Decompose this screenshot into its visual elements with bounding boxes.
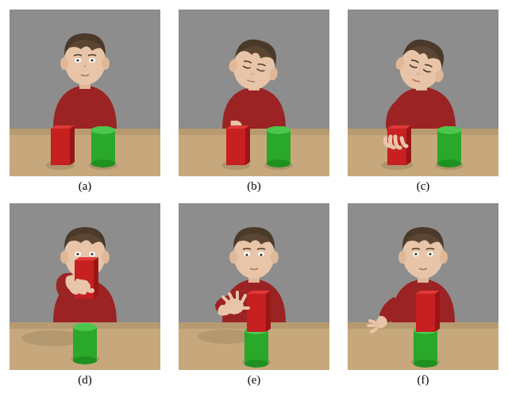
svg-point-98 [440, 251, 448, 264]
figure-row-2: (d) [10, 203, 498, 392]
figure-cell-a: (a) [10, 10, 160, 198]
panel-d-caption: (d) [10, 373, 160, 392]
svg-point-18 [91, 160, 115, 168]
svg-point-97 [398, 251, 406, 264]
svg-point-79 [271, 251, 279, 264]
svg-marker-15 [70, 125, 75, 165]
svg-marker-38 [348, 129, 498, 135]
svg-point-66 [73, 356, 97, 364]
svg-rect-85 [244, 330, 268, 364]
svg-point-10 [90, 59, 93, 61]
panel-e-image [179, 203, 329, 370]
svg-point-5 [60, 57, 68, 70]
svg-rect-33 [267, 130, 291, 164]
svg-point-51 [437, 126, 461, 134]
svg-marker-2 [10, 129, 160, 135]
panel-c-caption: (c) [348, 179, 498, 198]
svg-point-19 [91, 126, 115, 134]
svg-rect-65 [73, 327, 97, 360]
panel-b-caption: (b) [179, 179, 329, 198]
svg-point-9 [76, 59, 79, 61]
svg-point-71 [71, 279, 90, 294]
svg-marker-90 [266, 291, 271, 332]
svg-rect-88 [247, 294, 266, 332]
svg-rect-49 [437, 130, 461, 164]
svg-point-59 [102, 251, 110, 264]
panel-a-image [10, 10, 160, 176]
svg-point-83 [260, 253, 262, 256]
figure-row-1: (a) [10, 10, 498, 198]
svg-point-102 [429, 252, 431, 255]
svg-marker-1 [10, 129, 160, 176]
svg-marker-109 [435, 291, 440, 332]
svg-marker-21 [179, 129, 329, 176]
panel-d-image [10, 203, 160, 370]
svg-point-105 [414, 360, 437, 368]
svg-rect-13 [51, 129, 70, 165]
panel-f-image [348, 203, 498, 370]
svg-rect-104 [414, 330, 437, 364]
panel-a-caption: (a) [10, 179, 160, 198]
figure-cell-c: (c) [348, 10, 498, 198]
figure-cell-d: (d) [10, 203, 160, 392]
figure-cell-b: (b) [179, 10, 329, 198]
svg-point-6 [102, 57, 110, 70]
svg-point-78 [229, 251, 237, 264]
panel-b-image [179, 10, 329, 176]
panel-c-image [348, 10, 498, 176]
panel-e-caption: (e) [179, 373, 329, 392]
svg-point-58 [60, 251, 68, 264]
svg-rect-29 [226, 129, 245, 165]
svg-point-101 [414, 252, 417, 255]
svg-point-35 [267, 126, 291, 134]
svg-marker-70 [94, 257, 98, 299]
figure-cell-e: (e) [179, 203, 329, 392]
figure-cell-f: (f) [348, 203, 498, 392]
svg-point-50 [437, 160, 461, 168]
svg-point-67 [73, 323, 97, 331]
svg-point-86 [244, 360, 268, 368]
svg-rect-17 [91, 130, 115, 164]
svg-marker-37 [348, 129, 498, 176]
svg-point-82 [245, 253, 248, 256]
svg-point-62 [76, 252, 79, 255]
svg-marker-22 [179, 129, 329, 135]
svg-point-63 [90, 252, 93, 255]
panel-f-caption: (f) [348, 373, 498, 392]
svg-rect-107 [416, 294, 435, 332]
figure-grid: (a) [10, 10, 498, 392]
svg-point-34 [267, 160, 291, 168]
svg-marker-31 [245, 125, 250, 165]
